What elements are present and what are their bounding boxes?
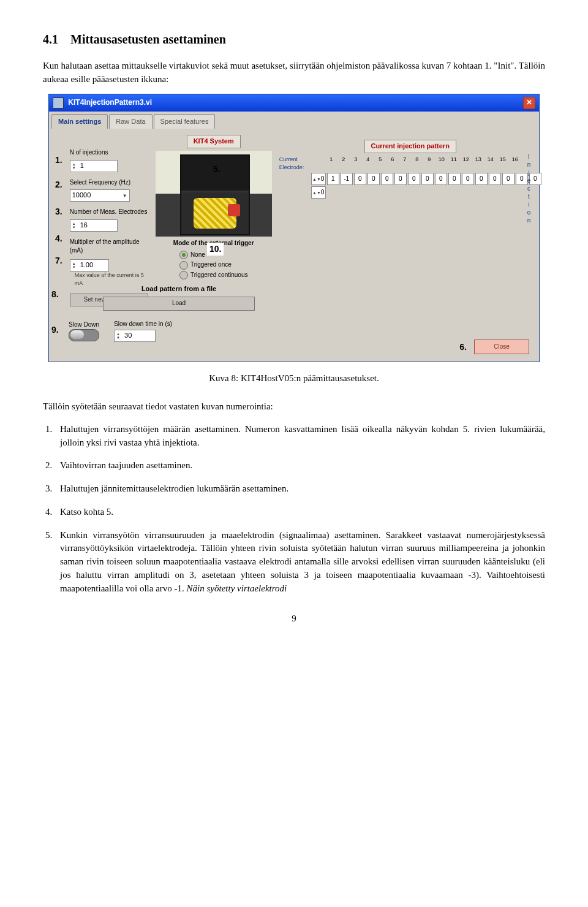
figure-screenshot: KIT4InjectionPattern3.vi ✕ Main settings… <box>43 94 545 363</box>
page-number: 9 <box>43 612 545 626</box>
callout-9: 9. <box>51 324 59 336</box>
n-injections-input[interactable]: ▲▼ 1 <box>70 160 118 172</box>
callout-7: 7. <box>55 252 62 268</box>
load-pattern-label: Load pattern from a file <box>69 284 289 294</box>
app-window: KIT4InjectionPattern3.vi ✕ Main settings… <box>48 94 540 363</box>
right-panel: Current injection pattern Current Electr… <box>279 135 541 355</box>
frequency-label: Select Frequency (Hz) <box>70 178 148 188</box>
trigger-once-label: Triggered once <box>190 260 232 270</box>
hdr-2: 2 <box>338 156 349 172</box>
close-button[interactable]: Close <box>474 340 529 355</box>
row2-spin[interactable]: ▲▼0 <box>311 186 326 199</box>
hdr-8: 8 <box>412 156 423 172</box>
radio-icon <box>179 261 188 270</box>
window-title-bar: KIT4InjectionPattern3.vi ✕ <box>49 94 539 112</box>
load-button[interactable]: Load <box>103 297 255 311</box>
cell-7[interactable]: 0 <box>408 173 420 185</box>
tab-strip: Main settings Raw Data Special features <box>49 112 539 129</box>
hdr-6: 6 <box>387 156 398 172</box>
list-item-3: Haluttujen jännitemittauselektrodien luk… <box>43 482 545 496</box>
hdr-12: 12 <box>461 156 472 172</box>
cell-6[interactable]: 0 <box>394 173 407 185</box>
cell-5[interactable]: 0 <box>381 173 393 185</box>
radio-icon <box>179 271 188 279</box>
kit-system-label: KIT4 System <box>187 135 241 148</box>
window-close-button[interactable]: ✕ <box>523 97 535 109</box>
cell-14[interactable]: 0 <box>502 173 514 185</box>
cell-4[interactable]: 0 <box>368 173 380 185</box>
frequency-input[interactable]: 10000 ▼ <box>70 189 130 202</box>
cell-1[interactable]: 1 <box>327 173 339 185</box>
hdr-15: 15 <box>497 156 508 172</box>
multiplier-input[interactable]: ▲▼ 1.00 <box>70 259 109 271</box>
slow-down-label: Slow Down <box>69 321 99 330</box>
cell-2[interactable]: -1 <box>341 173 353 185</box>
current-electrode-label: Current Electrode: <box>279 156 323 172</box>
list-item-5-main: Kunkin virransyötön virransuuruuden ja m… <box>60 530 545 593</box>
tab-main-settings[interactable]: Main settings <box>51 114 108 129</box>
slow-down-toggle[interactable] <box>69 329 99 341</box>
app-body: 1. 2. 3. 4. 7. N of injections ▲▼ 1 Sele… <box>49 129 539 362</box>
cable-bunch <box>194 198 236 229</box>
list-item-1: Haluttujen virransyöttöjen määrän asetta… <box>43 423 545 450</box>
cell-10[interactable]: 0 <box>448 173 461 185</box>
callout-10: 10. <box>207 243 224 255</box>
pattern-row-2-spin: ▲▼0 <box>279 186 541 199</box>
cell-9[interactable]: 0 <box>435 173 447 185</box>
cell-8[interactable]: 0 <box>421 173 434 185</box>
window-title-text: KIT4InjectionPattern3.vi <box>68 98 152 107</box>
spinner-icon[interactable]: ▲▼ <box>72 220 78 231</box>
slow-time-block: Slow down time in (s) ▲▼ 30 <box>114 320 172 342</box>
dropdown-icon[interactable]: ▼ <box>123 192 127 200</box>
trigger-cont-option[interactable]: Triggered continuous <box>179 271 248 280</box>
row2-spin-val: 0 <box>321 189 325 195</box>
intro-paragraph: Kun halutaan asettaa mittaukselle virtak… <box>43 59 545 86</box>
toggle-knob <box>70 330 84 339</box>
tab-raw-data[interactable]: Raw Data <box>109 114 152 129</box>
app-icon <box>53 97 64 108</box>
hdr-16: 16 <box>510 156 521 172</box>
list-item-5: Kunkin virransyötön virransuuruuden ja m… <box>43 529 545 596</box>
slow-time-label: Slow down time in (s) <box>114 320 172 329</box>
multiplier-value: 1.00 <box>80 260 93 270</box>
n-electrodes-input[interactable]: ▲▼ 16 <box>70 219 118 232</box>
hdr-14: 14 <box>485 156 496 172</box>
spinner-icon[interactable]: ▲▼ <box>72 260 78 271</box>
list-item-5-italic: Näin syötetty virtaelektrodi <box>187 583 287 593</box>
hdr-4: 4 <box>363 156 374 172</box>
slow-time-value: 30 <box>124 331 132 341</box>
hdr-5: 5 <box>375 156 386 172</box>
row1-spin[interactable]: ▲▼0 <box>311 173 326 185</box>
row1-spin-val: 0 <box>321 175 325 182</box>
hdr-11: 11 <box>448 156 459 172</box>
left-callout-column: 1. 2. 3. 4. 7. <box>55 135 62 355</box>
hdr-9: 9 <box>424 156 435 172</box>
trigger-once-option[interactable]: Triggered once <box>179 260 248 270</box>
cell-11[interactable]: 0 <box>462 173 474 185</box>
close-section: 6. Close <box>459 340 529 355</box>
spinner-icon[interactable]: ▲▼ <box>72 161 78 172</box>
n-injections-label: N of injections <box>70 148 148 157</box>
cell-13[interactable]: 0 <box>489 173 501 185</box>
frequency-value: 10000 <box>72 191 91 200</box>
electrode-header-row: Current Electrode: 1 2 3 4 5 6 7 8 9 10 … <box>279 156 541 172</box>
callout-5: 5. <box>213 163 221 175</box>
multiplier-row: ▲▼ 1.00 Max value of the current is 5 mA <box>70 258 148 287</box>
cell-12[interactable]: 0 <box>475 173 488 185</box>
cell-3[interactable]: 0 <box>354 173 366 185</box>
multiplier-label: Multiplier of the amplitude (mA) <box>70 238 148 256</box>
slow-time-input[interactable]: ▲▼ 30 <box>114 330 156 342</box>
n-electrodes-value: 16 <box>80 221 88 230</box>
n-electrodes-label: Number of Meas. Electrodes <box>70 208 148 217</box>
callout-1: 1. <box>55 152 62 168</box>
slow-down-section: Slow Down Slow down time in (s) ▲▼ 30 <box>69 320 172 342</box>
list-item-4: Katso kohta 5. <box>43 506 545 519</box>
callout-2: 2. <box>55 176 62 192</box>
tab-special-features[interactable]: Special features <box>154 114 216 129</box>
callout-3: 3. <box>55 203 62 219</box>
n-injections-value: 1 <box>80 161 84 171</box>
after-figure-paragraph: Tällöin syötetään seuraavat tiedot vasta… <box>43 400 545 414</box>
hdr-13: 13 <box>473 156 484 172</box>
spinner-icon[interactable]: ▲▼ <box>116 330 123 341</box>
figure-caption: Kuva 8: KIT4HostV05:n päämittausasetukse… <box>43 372 545 385</box>
